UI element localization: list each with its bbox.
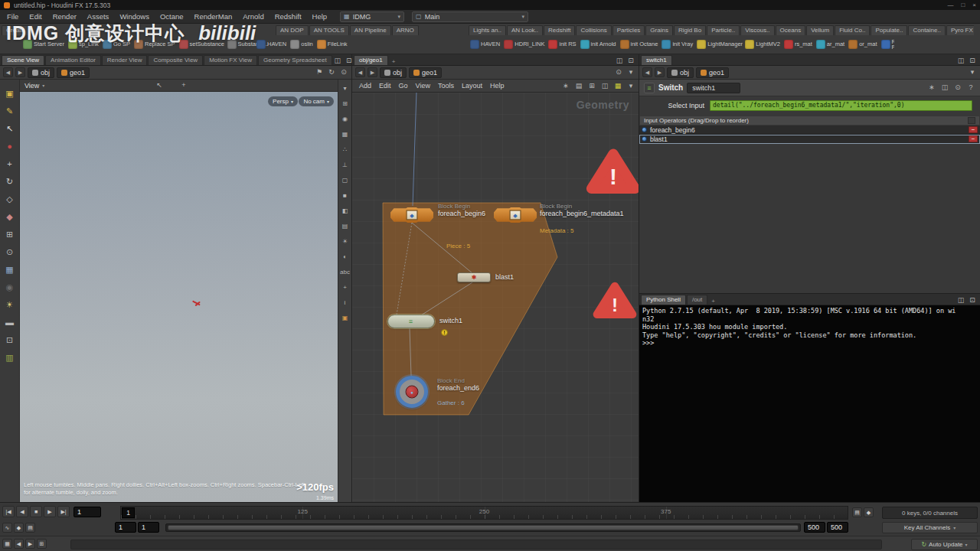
play-button[interactable]: ▶ xyxy=(44,506,56,517)
persp-view-button[interactable]: Persp ▾ xyxy=(268,96,298,106)
dropdown-icon[interactable]: ▾ xyxy=(626,68,635,77)
go-to-end-button[interactable]: ▶| xyxy=(57,506,70,517)
shelf-tool-haven[interactable]: HAVEN xyxy=(255,39,288,50)
pane-tab-switch1[interactable]: switch1 xyxy=(641,55,672,65)
viewport-canvas[interactable]: Persp ▾ No cam ▾ Left mouse tumbles. Mid… xyxy=(20,92,338,502)
bookmark-icon[interactable]: ⚑ xyxy=(315,68,324,77)
history-icon[interactable]: ↻ xyxy=(327,68,336,77)
remove-input-button[interactable]: − xyxy=(969,126,978,133)
shelf-tool-go-sp[interactable]: Go SP xyxy=(101,39,132,50)
pane-tab-motion-fx-view[interactable]: Motion FX View xyxy=(204,55,257,65)
playhead[interactable]: 1 xyxy=(122,507,135,518)
stop-button[interactable]: ■ xyxy=(30,506,42,517)
path-chip-obj[interactable]: obj xyxy=(28,67,54,78)
shelf-tool-renderman-preset-brow[interactable]: RenderMan Preset Brow xyxy=(880,38,895,51)
playback-range-slider[interactable] xyxy=(165,523,801,532)
shelf-tool-or-mat[interactable]: or_mat xyxy=(847,39,878,50)
python-console[interactable]: Python 2.7.15 (default, Apr 8 2019, 15:3… xyxy=(639,305,980,502)
range-end-field[interactable]: 500 xyxy=(804,522,825,533)
network-menu-help[interactable]: Help xyxy=(486,81,508,90)
menu-file[interactable]: File xyxy=(2,11,24,22)
list-mode-icon[interactable]: ▤ xyxy=(574,81,583,90)
handles-display-icon[interactable]: + xyxy=(341,283,350,292)
pane-split-icon[interactable]: ◫ xyxy=(615,56,624,65)
menu-renderman[interactable]: RenderMan xyxy=(189,11,238,22)
wireframe-icon[interactable]: ▢ xyxy=(341,176,350,185)
audio-options-icon[interactable]: ∿ xyxy=(2,523,12,533)
edit-geometry-icon[interactable]: ✎ xyxy=(5,106,15,116)
shelf-tab-an-look[interactable]: AN Look.. xyxy=(507,25,543,35)
texture-display-icon[interactable]: ▤ xyxy=(341,222,350,231)
menu-windows[interactable]: Windows xyxy=(114,11,155,22)
persp-settings-icon[interactable]: ⊞ xyxy=(341,99,350,109)
shelf-tab-viscous[interactable]: Viscous.. xyxy=(740,25,774,35)
shelf-tab-populate[interactable]: Populate.. xyxy=(871,25,907,35)
path-chip-geo1[interactable]: geo1 xyxy=(696,67,729,78)
shelf-tab-redshift[interactable]: Redshift xyxy=(544,25,575,35)
shelf-tab-an-pipeline[interactable]: AN Pipeline xyxy=(350,25,391,35)
lighting-icon[interactable]: ☀ xyxy=(341,237,350,246)
shelf-tab-collisions[interactable]: Collisions xyxy=(576,25,611,35)
keys-display-icon[interactable]: ▤ xyxy=(852,507,862,517)
titlebar[interactable]: untitled.hip - Houdini FX 17.5.303 — □ × xyxy=(0,0,980,10)
shelf-tool-lightmanager[interactable]: LightManager xyxy=(695,39,743,50)
camera-select-button[interactable]: No cam ▾ xyxy=(299,96,334,106)
network-menu-tools[interactable]: Tools xyxy=(434,81,458,90)
warning-badge-icon[interactable]: ! xyxy=(441,329,448,336)
playback-range-handle[interactable] xyxy=(168,525,799,530)
node-foreach-begin6[interactable]: ◆ xyxy=(390,207,433,223)
range-start-field[interactable]: 1 xyxy=(115,522,136,533)
menu-render[interactable]: Render xyxy=(47,11,82,22)
back-button[interactable]: ◀ xyxy=(3,67,13,77)
pane-layout-icon[interactable]: ▦ xyxy=(2,539,12,549)
network-menu-add[interactable]: Add xyxy=(355,81,375,90)
camera-view-icon[interactable]: ◉ xyxy=(5,282,15,292)
path-chip-geo1[interactable]: geo1 xyxy=(409,67,442,78)
shelf-tab-an-dop[interactable]: AN DOP xyxy=(276,25,309,35)
shelf-tab-arno[interactable]: ARNO xyxy=(392,25,419,35)
info-display-icon[interactable]: i xyxy=(341,298,350,308)
network-menu-view[interactable]: View xyxy=(412,81,434,90)
expression-field[interactable]: detail("../foreach_begin6_metadata1/","i… xyxy=(710,100,972,111)
shelf-tab-rigid-bo[interactable]: Rigid Bo xyxy=(674,25,706,35)
display-options-icon[interactable]: ⊡ xyxy=(5,335,15,344)
select-arrow-icon[interactable]: ↖ xyxy=(5,124,15,133)
network-menu-edit[interactable]: Edit xyxy=(375,81,395,90)
gear-menu-icon[interactable]: ∗ xyxy=(927,83,936,93)
shelf-tab-fluid-co[interactable]: Fluid Co.. xyxy=(835,25,870,35)
network-menu-go[interactable]: Go xyxy=(395,81,412,90)
shelf-tab-an-tools[interactable]: AN TOOLS xyxy=(309,25,349,35)
update-mode-button[interactable]: ↻ Auto Update ▾ xyxy=(911,539,978,550)
menu-redshift[interactable]: Redshift xyxy=(270,11,307,22)
pane-link-icon[interactable]: ⊙ xyxy=(953,83,962,93)
multiparm-menu-icon[interactable] xyxy=(968,117,975,124)
shelf-tab-lights-an[interactable]: Lights an.. xyxy=(469,25,506,35)
desktop-grid-icon[interactable]: ⊞ xyxy=(37,539,47,549)
shelf-tool-oslin[interactable]: oslin xyxy=(289,39,314,50)
node-foreach-begin6-metadata1[interactable]: ◆ xyxy=(494,207,537,223)
snap-point-icon[interactable]: ⊙ xyxy=(5,247,15,256)
desktop-select[interactable]: ▢ Main ▾ xyxy=(412,11,528,22)
shelf-tool-init-vray[interactable]: init Vray xyxy=(660,39,694,50)
input-operator-row[interactable]: foreach_begin6− xyxy=(639,126,980,135)
shelf-tool-init-octane[interactable]: init Octane xyxy=(619,39,660,50)
node-blast1[interactable]: ✱ xyxy=(457,272,491,282)
normals-display-icon[interactable]: ⊥ xyxy=(341,161,350,170)
shelf-tab-pyro-fx[interactable]: Pyro FX xyxy=(946,25,974,35)
network-menu-layout[interactable]: Layout xyxy=(458,81,486,90)
forward-button[interactable]: ▶ xyxy=(655,67,665,77)
menu-edit[interactable]: Edit xyxy=(24,11,47,22)
node-switch1[interactable]: ≡ xyxy=(387,315,435,328)
secure-selection-icon[interactable]: ● xyxy=(5,142,15,151)
shelf-tab-grains[interactable]: Grains xyxy=(645,25,673,35)
new-tab-button[interactable]: + xyxy=(708,298,718,305)
layout-back-icon[interactable]: ◀ xyxy=(14,539,24,549)
shelf-tool-rs-mat[interactable]: rs_mat xyxy=(782,39,814,50)
dropdown-icon[interactable]: ▾ xyxy=(968,68,977,77)
pane-link-icon[interactable]: ⊙ xyxy=(339,68,348,77)
error-badge-icon[interactable] xyxy=(597,286,632,315)
shelf-tool-init-arnold[interactable]: init Arnold xyxy=(579,39,618,50)
shelf-tab-particles[interactable]: Particles xyxy=(612,25,645,35)
range-substart-field[interactable]: 1 xyxy=(138,522,159,533)
thumbnail-mode-icon[interactable]: ◫ xyxy=(600,81,609,90)
